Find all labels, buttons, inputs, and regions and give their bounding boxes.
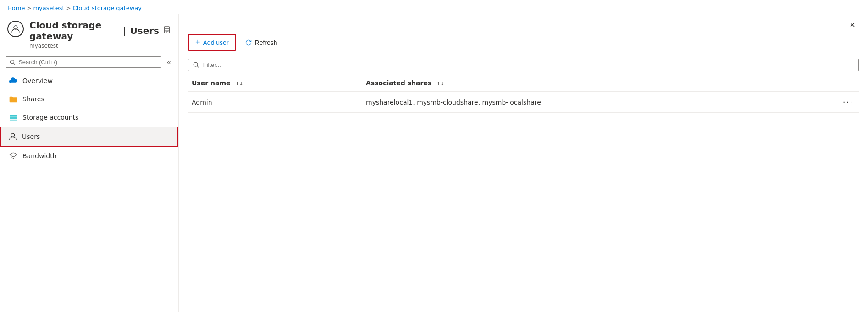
collapse-button[interactable]: « (165, 57, 173, 67)
svg-rect-9 (10, 120, 17, 121)
breadcrumb: Home > myasetest > Cloud storage gateway (0, 0, 868, 14)
svg-point-10 (11, 133, 14, 137)
table-header-row: User name ↑↓ Associated shares ↑↓ (188, 75, 859, 92)
breadcrumb-sep1: > (27, 5, 31, 11)
cell-associated-shares: mysharelocal1, mysmb-cloudshare, mysmb-l… (362, 92, 839, 113)
user-avatar-icon (11, 24, 20, 33)
toolbar: + Add user Refresh (179, 32, 868, 55)
sidebar-item-storage-accounts-label: Storage accounts (22, 114, 78, 121)
search-input[interactable] (18, 59, 157, 66)
filter-search-icon (193, 62, 199, 68)
sidebar-item-overview[interactable]: Overview (0, 72, 178, 90)
folder-icon (9, 94, 18, 104)
svg-point-5 (169, 29, 170, 30)
sidebar-header: Cloud storage gateway | Users (0, 14, 178, 53)
table-row: Admin mysharelocal1, mysmb-cloudshare, m… (188, 92, 859, 113)
sidebar-item-storage-accounts[interactable]: Storage accounts (0, 108, 178, 127)
sidebar-nav: Overview Shares (0, 72, 178, 165)
breadcrumb-current[interactable]: Cloud storage gateway (73, 5, 142, 11)
search-icon (10, 59, 16, 66)
svg-rect-1 (165, 27, 170, 29)
breadcrumb-home[interactable]: Home (7, 5, 25, 11)
cell-username: Admin (188, 92, 362, 113)
sidebar-title-text: Cloud storage gateway (29, 20, 119, 42)
filter-box[interactable] (188, 59, 859, 71)
main-content: × + Add user Refresh (179, 14, 868, 312)
sidebar-item-bandwidth-label: Bandwidth (22, 152, 57, 160)
users-table: User name ↑↓ Associated shares ↑↓ Admin … (188, 75, 859, 113)
add-user-button[interactable]: + Add user (188, 34, 236, 51)
breadcrumb-sep2: > (66, 5, 71, 11)
sort-icon-shares[interactable]: ↑↓ (437, 81, 444, 86)
sidebar-title: Cloud storage gateway | Users (29, 20, 171, 42)
sidebar-title-separator: | (123, 25, 126, 36)
add-icon: + (195, 38, 200, 47)
close-button[interactable]: × (846, 18, 859, 32)
sidebar-subtitle: myasetest (29, 43, 171, 49)
add-user-label: Add user (203, 39, 229, 46)
table-container: User name ↑↓ Associated shares ↑↓ Admin … (179, 75, 868, 312)
breadcrumb-myasetest[interactable]: myasetest (33, 5, 64, 11)
refresh-label: Refresh (255, 39, 277, 46)
svg-rect-7 (10, 115, 17, 116)
filter-row (179, 55, 868, 75)
search-row: « (0, 53, 178, 72)
print-icon[interactable] (163, 26, 171, 36)
svg-rect-2 (165, 30, 170, 33)
svg-rect-4 (166, 32, 167, 33)
sidebar: Cloud storage gateway | Users (0, 14, 179, 312)
user-icon (8, 132, 17, 141)
row-menu-button[interactable]: ··· (839, 92, 859, 113)
refresh-button[interactable]: Refresh (238, 36, 284, 50)
sidebar-title-block: Cloud storage gateway | Users (29, 20, 171, 49)
filter-input[interactable] (203, 61, 854, 68)
sidebar-item-users-label: Users (22, 133, 40, 140)
refresh-icon (245, 39, 252, 46)
sidebar-item-shares[interactable]: Shares (0, 90, 178, 108)
sort-icon-username[interactable]: ↑↓ (235, 81, 243, 86)
svg-rect-8 (10, 117, 17, 119)
wifi-icon (9, 151, 18, 160)
sidebar-item-bandwidth[interactable]: Bandwidth (0, 147, 178, 165)
svg-point-11 (13, 158, 14, 159)
search-box[interactable] (6, 56, 161, 68)
col-header-username[interactable]: User name ↑↓ (188, 75, 362, 92)
cloud-icon (9, 76, 18, 85)
sidebar-item-overview-label: Overview (22, 77, 53, 84)
sidebar-item-users[interactable]: Users (0, 127, 178, 147)
col-header-associated-shares[interactable]: Associated shares ↑↓ (362, 75, 839, 92)
svg-rect-3 (166, 31, 168, 32)
storage-icon (9, 113, 18, 122)
sidebar-section-text: Users (130, 25, 159, 36)
sidebar-item-shares-label: Shares (22, 95, 44, 103)
avatar (7, 21, 24, 37)
